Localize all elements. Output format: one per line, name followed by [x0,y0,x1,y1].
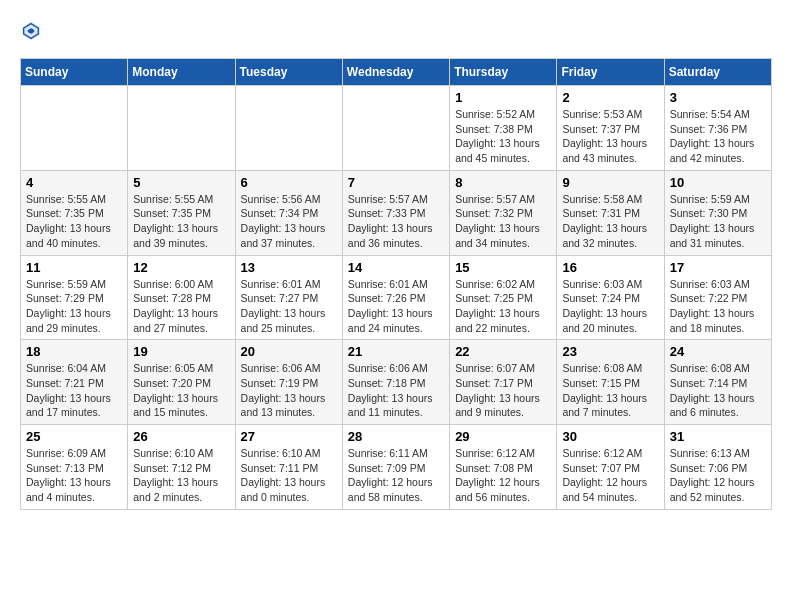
day-info: Sunrise: 5:52 AMSunset: 7:38 PMDaylight:… [455,107,551,166]
calendar-cell: 11Sunrise: 5:59 AMSunset: 7:29 PMDayligh… [21,255,128,340]
day-info: Sunrise: 6:12 AMSunset: 7:08 PMDaylight:… [455,446,551,505]
day-info: Sunrise: 6:05 AMSunset: 7:20 PMDaylight:… [133,361,229,420]
weekday-header-friday: Friday [557,59,664,86]
calendar-cell: 23Sunrise: 6:08 AMSunset: 7:15 PMDayligh… [557,340,664,425]
weekday-header-tuesday: Tuesday [235,59,342,86]
calendar-cell: 24Sunrise: 6:08 AMSunset: 7:14 PMDayligh… [664,340,771,425]
calendar-cell: 26Sunrise: 6:10 AMSunset: 7:12 PMDayligh… [128,425,235,510]
day-info: Sunrise: 5:57 AMSunset: 7:32 PMDaylight:… [455,192,551,251]
calendar-week-row: 1Sunrise: 5:52 AMSunset: 7:38 PMDaylight… [21,86,772,171]
calendar-cell: 31Sunrise: 6:13 AMSunset: 7:06 PMDayligh… [664,425,771,510]
day-number: 10 [670,175,766,190]
day-number: 17 [670,260,766,275]
weekday-header-thursday: Thursday [450,59,557,86]
day-number: 25 [26,429,122,444]
day-number: 22 [455,344,551,359]
day-info: Sunrise: 6:03 AMSunset: 7:24 PMDaylight:… [562,277,658,336]
day-info: Sunrise: 6:10 AMSunset: 7:12 PMDaylight:… [133,446,229,505]
day-number: 2 [562,90,658,105]
day-number: 19 [133,344,229,359]
day-info: Sunrise: 5:55 AMSunset: 7:35 PMDaylight:… [26,192,122,251]
calendar-week-row: 4Sunrise: 5:55 AMSunset: 7:35 PMDaylight… [21,170,772,255]
day-info: Sunrise: 6:02 AMSunset: 7:25 PMDaylight:… [455,277,551,336]
day-info: Sunrise: 6:08 AMSunset: 7:15 PMDaylight:… [562,361,658,420]
day-number: 21 [348,344,444,359]
day-number: 7 [348,175,444,190]
calendar-cell: 19Sunrise: 6:05 AMSunset: 7:20 PMDayligh… [128,340,235,425]
day-number: 1 [455,90,551,105]
day-number: 15 [455,260,551,275]
day-info: Sunrise: 6:10 AMSunset: 7:11 PMDaylight:… [241,446,337,505]
calendar-cell: 10Sunrise: 5:59 AMSunset: 7:30 PMDayligh… [664,170,771,255]
calendar-week-row: 18Sunrise: 6:04 AMSunset: 7:21 PMDayligh… [21,340,772,425]
calendar-cell: 14Sunrise: 6:01 AMSunset: 7:26 PMDayligh… [342,255,449,340]
day-number: 28 [348,429,444,444]
calendar-cell: 28Sunrise: 6:11 AMSunset: 7:09 PMDayligh… [342,425,449,510]
calendar-cell: 30Sunrise: 6:12 AMSunset: 7:07 PMDayligh… [557,425,664,510]
day-number: 31 [670,429,766,444]
day-info: Sunrise: 6:09 AMSunset: 7:13 PMDaylight:… [26,446,122,505]
logo-icon [20,20,42,42]
day-number: 6 [241,175,337,190]
day-info: Sunrise: 6:13 AMSunset: 7:06 PMDaylight:… [670,446,766,505]
calendar-cell: 27Sunrise: 6:10 AMSunset: 7:11 PMDayligh… [235,425,342,510]
day-number: 26 [133,429,229,444]
calendar-cell [21,86,128,171]
calendar-cell: 8Sunrise: 5:57 AMSunset: 7:32 PMDaylight… [450,170,557,255]
day-number: 30 [562,429,658,444]
calendar-cell [128,86,235,171]
day-info: Sunrise: 6:04 AMSunset: 7:21 PMDaylight:… [26,361,122,420]
calendar-week-row: 11Sunrise: 5:59 AMSunset: 7:29 PMDayligh… [21,255,772,340]
day-info: Sunrise: 5:56 AMSunset: 7:34 PMDaylight:… [241,192,337,251]
day-number: 8 [455,175,551,190]
calendar-table: SundayMondayTuesdayWednesdayThursdayFrid… [20,58,772,510]
day-info: Sunrise: 6:11 AMSunset: 7:09 PMDaylight:… [348,446,444,505]
day-info: Sunrise: 6:01 AMSunset: 7:27 PMDaylight:… [241,277,337,336]
day-number: 23 [562,344,658,359]
weekday-header-row: SundayMondayTuesdayWednesdayThursdayFrid… [21,59,772,86]
day-info: Sunrise: 5:58 AMSunset: 7:31 PMDaylight:… [562,192,658,251]
weekday-header-saturday: Saturday [664,59,771,86]
day-info: Sunrise: 6:07 AMSunset: 7:17 PMDaylight:… [455,361,551,420]
weekday-header-monday: Monday [128,59,235,86]
calendar-cell: 15Sunrise: 6:02 AMSunset: 7:25 PMDayligh… [450,255,557,340]
page-header [20,20,772,42]
calendar-cell: 20Sunrise: 6:06 AMSunset: 7:19 PMDayligh… [235,340,342,425]
day-number: 16 [562,260,658,275]
calendar-cell: 13Sunrise: 6:01 AMSunset: 7:27 PMDayligh… [235,255,342,340]
calendar-cell: 22Sunrise: 6:07 AMSunset: 7:17 PMDayligh… [450,340,557,425]
day-number: 4 [26,175,122,190]
day-info: Sunrise: 5:57 AMSunset: 7:33 PMDaylight:… [348,192,444,251]
calendar-cell: 18Sunrise: 6:04 AMSunset: 7:21 PMDayligh… [21,340,128,425]
calendar-cell: 21Sunrise: 6:06 AMSunset: 7:18 PMDayligh… [342,340,449,425]
calendar-cell: 9Sunrise: 5:58 AMSunset: 7:31 PMDaylight… [557,170,664,255]
day-info: Sunrise: 6:06 AMSunset: 7:19 PMDaylight:… [241,361,337,420]
day-number: 11 [26,260,122,275]
day-number: 18 [26,344,122,359]
day-number: 9 [562,175,658,190]
calendar-cell [235,86,342,171]
day-info: Sunrise: 6:01 AMSunset: 7:26 PMDaylight:… [348,277,444,336]
day-info: Sunrise: 5:55 AMSunset: 7:35 PMDaylight:… [133,192,229,251]
day-number: 14 [348,260,444,275]
calendar-cell: 25Sunrise: 6:09 AMSunset: 7:13 PMDayligh… [21,425,128,510]
calendar-cell [342,86,449,171]
day-info: Sunrise: 5:59 AMSunset: 7:30 PMDaylight:… [670,192,766,251]
calendar-cell: 16Sunrise: 6:03 AMSunset: 7:24 PMDayligh… [557,255,664,340]
calendar-cell: 17Sunrise: 6:03 AMSunset: 7:22 PMDayligh… [664,255,771,340]
day-number: 20 [241,344,337,359]
day-info: Sunrise: 5:54 AMSunset: 7:36 PMDaylight:… [670,107,766,166]
calendar-cell: 2Sunrise: 5:53 AMSunset: 7:37 PMDaylight… [557,86,664,171]
day-info: Sunrise: 6:12 AMSunset: 7:07 PMDaylight:… [562,446,658,505]
calendar-cell: 1Sunrise: 5:52 AMSunset: 7:38 PMDaylight… [450,86,557,171]
weekday-header-wednesday: Wednesday [342,59,449,86]
day-number: 5 [133,175,229,190]
day-info: Sunrise: 6:03 AMSunset: 7:22 PMDaylight:… [670,277,766,336]
day-number: 24 [670,344,766,359]
calendar-cell: 7Sunrise: 5:57 AMSunset: 7:33 PMDaylight… [342,170,449,255]
day-number: 27 [241,429,337,444]
calendar-cell: 29Sunrise: 6:12 AMSunset: 7:08 PMDayligh… [450,425,557,510]
day-info: Sunrise: 6:00 AMSunset: 7:28 PMDaylight:… [133,277,229,336]
day-info: Sunrise: 5:59 AMSunset: 7:29 PMDaylight:… [26,277,122,336]
day-number: 12 [133,260,229,275]
